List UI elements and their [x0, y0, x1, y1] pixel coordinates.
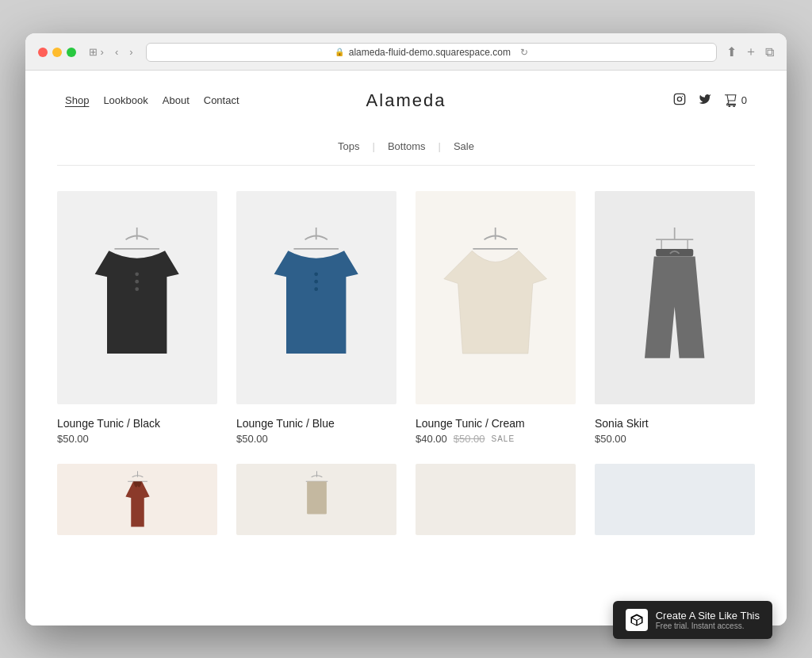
twitter-icon[interactable] — [699, 93, 711, 109]
product-image-1 — [236, 191, 396, 404]
product-info-1: Lounge Tunic / Blue $50.00 — [236, 414, 396, 448]
sq-sub-text: Free trial. Instant access. — [656, 622, 760, 630]
sq-main-text: Create A Site Like This — [656, 610, 760, 622]
product-card-7[interactable] — [595, 464, 755, 545]
product-price-3: $50.00 — [595, 433, 626, 445]
browser-controls: ⊞ › ‹ › — [86, 44, 136, 59]
product-image-3 — [595, 191, 755, 404]
site-header: Shop Lookbook About Contact Alameda — [25, 71, 787, 124]
svg-rect-0 — [674, 94, 684, 104]
product-image-6 — [416, 464, 576, 535]
traffic-lights — [38, 48, 76, 57]
lock-icon: 🔒 — [335, 48, 344, 56]
copy-icon[interactable]: ⧉ — [765, 45, 774, 59]
product-image-5 — [236, 464, 396, 535]
product-card-4[interactable] — [57, 464, 217, 545]
product-name-1: Lounge Tunic / Blue — [236, 417, 396, 430]
page-content: Shop Lookbook About Contact Alameda — [25, 71, 787, 625]
nav-about[interactable]: About — [163, 94, 190, 106]
svg-point-9 — [136, 287, 140, 291]
product-image-4 — [57, 464, 217, 535]
nav-contact[interactable]: Contact — [204, 94, 239, 106]
back-button[interactable]: ‹ — [112, 44, 121, 59]
product-price-original-2: $50.00 — [454, 433, 485, 445]
browser-right-controls: ⬆ ＋ ⧉ — [726, 44, 774, 60]
browser-window: ⊞ › ‹ › 🔒 alameda-fluid-demo.squarespace… — [25, 33, 787, 625]
tab-switcher-button[interactable]: ⊞ › — [86, 44, 107, 59]
product-price-row-1: $50.00 — [236, 433, 396, 445]
squarespace-logo — [626, 609, 648, 631]
product-price-2: $40.00 — [416, 433, 447, 445]
header-right: 0 — [673, 93, 747, 109]
product-price-row-2: $40.00 $50.00 SALE — [416, 433, 576, 445]
product-price-row-0: $50.00 — [57, 433, 217, 445]
svg-point-4 — [733, 105, 734, 106]
category-sale[interactable]: Sale — [454, 140, 474, 152]
category-bottoms[interactable]: Bottoms — [388, 140, 426, 152]
product-price-row-3: $50.00 — [595, 433, 755, 445]
product-image-0 — [57, 191, 217, 404]
nav-lookbook[interactable]: Lookbook — [103, 94, 147, 106]
product-grid: Lounge Tunic / Black $50.00 — [25, 166, 787, 464]
new-tab-icon[interactable]: ＋ — [745, 44, 757, 60]
squarespace-banner-text: Create A Site Like This Free trial. Inst… — [656, 610, 760, 630]
svg-point-14 — [315, 287, 319, 291]
product-name-3: Sonia Skirt — [595, 417, 755, 430]
nav-shop[interactable]: Shop — [65, 94, 89, 106]
close-button[interactable] — [38, 48, 48, 57]
svg-point-7 — [136, 272, 140, 276]
product-name-0: Lounge Tunic / Black — [57, 417, 217, 430]
squarespace-banner[interactable]: Create A Site Like This Free trial. Inst… — [613, 601, 772, 639]
product-info-3: Sonia Skirt $50.00 — [595, 414, 755, 448]
svg-point-3 — [729, 105, 730, 106]
minimize-button[interactable] — [52, 48, 62, 57]
svg-rect-21 — [656, 249, 693, 256]
product-price-0: $50.00 — [57, 433, 89, 445]
product-info-0: Lounge Tunic / Black $50.00 — [57, 414, 217, 448]
product-image-7 — [595, 464, 755, 535]
separator-2: | — [439, 140, 441, 152]
svg-point-12 — [315, 272, 319, 276]
forward-button[interactable]: › — [126, 44, 136, 59]
share-icon[interactable]: ⬆ — [726, 44, 737, 59]
product-info-2: Lounge Tunic / Cream $40.00 $50.00 SALE — [416, 414, 576, 448]
product-card-3[interactable]: Sonia Skirt $50.00 — [595, 191, 755, 448]
main-nav: Shop Lookbook About Contact — [65, 94, 239, 106]
product-image-2 — [416, 191, 576, 404]
product-card-2[interactable]: Lounge Tunic / Cream $40.00 $50.00 SALE — [416, 191, 576, 448]
maximize-button[interactable] — [67, 48, 76, 57]
cart-button[interactable]: 0 — [724, 94, 747, 107]
category-tops[interactable]: Tops — [338, 140, 359, 152]
cart-count: 0 — [741, 94, 747, 106]
product-card-1[interactable]: Lounge Tunic / Blue $50.00 — [236, 191, 396, 448]
instagram-icon[interactable] — [673, 93, 686, 109]
refresh-icon[interactable]: ↻ — [520, 47, 528, 58]
site-title: Alameda — [366, 90, 446, 111]
product-price-1: $50.00 — [236, 433, 268, 445]
browser-chrome: ⊞ › ‹ › 🔒 alameda-fluid-demo.squarespace… — [25, 33, 787, 71]
svg-rect-26 — [307, 481, 327, 514]
product-grid-bottom — [25, 464, 787, 545]
svg-point-2 — [682, 95, 683, 96]
separator-1: | — [372, 140, 374, 152]
sale-badge-2: SALE — [492, 434, 515, 443]
address-bar[interactable]: 🔒 alameda-fluid-demo.squarespace.com ↻ — [146, 43, 717, 62]
svg-point-8 — [136, 280, 140, 284]
product-name-2: Lounge Tunic / Cream — [416, 417, 576, 430]
category-filter: Tops | Bottoms | Sale — [25, 124, 787, 165]
svg-point-1 — [677, 97, 681, 101]
product-card-5[interactable] — [236, 464, 396, 545]
product-card-0[interactable]: Lounge Tunic / Black $50.00 — [57, 191, 217, 448]
product-card-6[interactable] — [416, 464, 576, 545]
svg-point-13 — [315, 280, 319, 284]
url-text: alameda-fluid-demo.squarespace.com — [349, 47, 511, 58]
